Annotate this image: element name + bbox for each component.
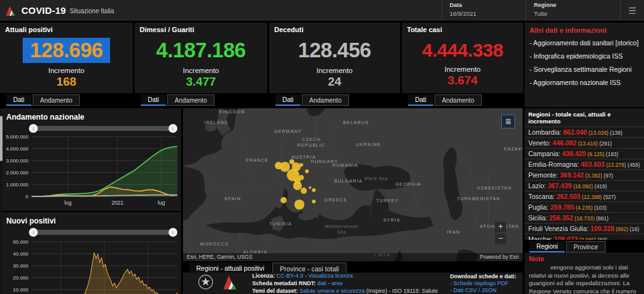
stat-value: 128.456	[291, 38, 379, 63]
map-bubble[interactable]	[312, 200, 316, 203]
region-row[interactable]: Toscana: 262.503 (12.388) (527)	[525, 191, 644, 202]
info-link[interactable]: - Sorveglianza settimanale Regioni	[530, 65, 639, 74]
scrollbar-thumb[interactable]	[0, 116, 3, 161]
map-label: UKRAINE	[356, 142, 381, 147]
europe-map[interactable]: KINGDOMIRELANDGERMANYCZECHREPUBLICBELARU…	[183, 108, 523, 261]
map-label: IRELAND	[204, 120, 229, 125]
footer-text: -	[326, 280, 331, 286]
metadata-line: Scheda metadati RNDT: dati - aree	[252, 280, 438, 287]
footer-link[interactable]: Salute umana e sicurezza	[299, 288, 365, 294]
region-row[interactable]: Lombardia: 862.040 (13.026) (138)	[525, 127, 644, 138]
map-canvas[interactable]	[183, 108, 523, 261]
slider-handle-left[interactable]: ||	[29, 124, 38, 133]
map-bubble[interactable]	[309, 186, 311, 189]
region-row[interactable]: Campania: 438.429 (9.125) (183)	[525, 149, 644, 159]
time-range-slider[interactable]: || ||	[31, 124, 175, 133]
tab-regioni[interactable]: Regioni	[530, 241, 565, 252]
tab-dati[interactable]: Dati	[141, 94, 166, 106]
y-tick-label: 4.000.000	[6, 146, 28, 152]
map-bubble[interactable]	[280, 197, 287, 203]
legend-list-icon[interactable]: ≣	[501, 115, 515, 128]
map-label: KAZAKH	[504, 147, 523, 151]
slider-track[interactable]	[31, 126, 175, 131]
region-row[interactable]: Friuli Venezia Giulia: 109.328 (892) (16…	[525, 223, 644, 234]
map-bubble[interactable]	[280, 162, 290, 172]
tab-andamento[interactable]: Andamento	[435, 94, 482, 106]
map-label: KINGDOM	[219, 110, 245, 114]
footer-link[interactable]: aree	[331, 280, 343, 286]
y-tick-label: 10.000	[13, 287, 29, 293]
map-label: BULGARIA	[335, 179, 363, 183]
map-bubble[interactable]	[301, 188, 307, 194]
y-tick-label: 2.000.000	[6, 170, 28, 176]
stat-title: Attuali positivi	[5, 26, 128, 33]
map-label: Black Sea	[365, 176, 388, 181]
hamburger-icon[interactable]: ☰	[620, 0, 644, 21]
info-link[interactable]: - Infografica epidemiologica ISS	[530, 52, 639, 60]
zoom-in-button[interactable]: +	[495, 222, 506, 232]
download-link[interactable]: - Schede riepilogo PDF	[450, 280, 516, 286]
region-row[interactable]: Marche: 108.073 (2.980) (69)	[525, 234, 644, 240]
slider-handle-left[interactable]: ||	[29, 228, 38, 237]
tab-dati[interactable]: Dati	[6, 94, 31, 106]
map-label: SYRIA	[383, 218, 400, 222]
map-bubble[interactable]	[312, 188, 316, 192]
footer-link[interactable]: dati	[318, 280, 327, 286]
attribution-sources: Esri, HERE, Garmin, USGS	[187, 254, 252, 261]
left-scrollbar[interactable]	[0, 108, 3, 294]
date-selector[interactable]: Data 16/8/2021	[441, 0, 526, 21]
tab-dati[interactable]: Dati	[275, 94, 301, 106]
region-selector[interactable]: Regione Tutte	[526, 0, 620, 21]
region-row[interactable]: Puglia: 259.785 (4.235) (103)	[525, 202, 644, 213]
tab-andamento[interactable]: Andamento	[167, 94, 214, 106]
themes-line: Temi del dataset: Salute umana e sicurez…	[252, 287, 438, 294]
stat-card-deceduti: Deceduti 128.456 Incremento 24 Dati Anda…	[269, 23, 400, 107]
footer-link[interactable]: Visualizza licenza	[308, 273, 353, 279]
andamento-chart[interactable]: 5.000.0004.000.0003.000.0002.000.0001.00…	[0, 133, 181, 210]
nuovi-positivi-chart[interactable]: 50.00040.00030.00020.00010.000	[0, 237, 181, 294]
chart-title: Andamento nazionale	[0, 108, 181, 124]
footer-text: Scheda metadati RNDT:	[252, 280, 318, 286]
island-sicily	[298, 213, 314, 220]
time-range-slider[interactable]: || ||	[31, 228, 175, 237]
map-bubble[interactable]	[293, 181, 302, 190]
download-block: Download schede e dati: - Schede riepilo…	[450, 273, 516, 293]
map-label: AUSTRIA	[292, 155, 316, 159]
info-link[interactable]: - Aggiornamento dati sanitari [storico]	[530, 39, 639, 47]
increment-label: Incremento	[5, 67, 128, 74]
region-row[interactable]: Piemonte: 369.142 (3.392) (97)	[525, 170, 644, 181]
map-bubble[interactable]	[299, 175, 304, 180]
region-row[interactable]: Lazio: 367.439 (18.092) (419)	[525, 181, 644, 191]
footer-text: Temi del dataset:	[252, 288, 299, 294]
map-label: CZECH	[302, 137, 321, 142]
tab-dati[interactable]: Dati	[408, 94, 433, 106]
map-bubble[interactable]	[294, 200, 304, 210]
y-tick-label: 3.000.000	[6, 158, 28, 164]
powered-by-esri: Powered by Esri	[480, 254, 519, 261]
footer-text: (Inspire) - ISO 19115: Salute	[365, 288, 438, 294]
slider-handle-right[interactable]: ||	[169, 228, 177, 237]
map-tabs: Regioni - attuali positivi Province - ca…	[183, 261, 523, 273]
map-attribution: Esri, HERE, Garmin, USGS Powered by Esri	[183, 253, 523, 261]
region-row[interactable]: Veneto: 446.092 (13.416) (291)	[525, 138, 644, 149]
tab-province[interactable]: Province	[566, 241, 606, 252]
download-title: Download schede e dati:	[450, 273, 516, 280]
x-tick-label: lug	[64, 200, 72, 206]
region-row[interactable]: Sicilia: 256.352 (18.733) (881)	[525, 213, 644, 223]
download-link[interactable]: - Dati CSV / JSON	[450, 287, 516, 293]
altri-dati-title: Altri dati e informazioni	[530, 26, 639, 34]
region-row[interactable]: Emilia-Romagna: 403.603 (13.278) (458)	[525, 159, 644, 170]
tab-andamento[interactable]: Andamento	[302, 94, 349, 106]
date-label: Data	[450, 2, 518, 8]
slider-track[interactable]	[31, 230, 175, 235]
info-link[interactable]: - Aggiornamento nazionale ISS	[530, 79, 639, 87]
zoom-out-button[interactable]: −	[495, 234, 506, 244]
map-label: MOROCCO	[200, 242, 229, 246]
slider-handle-right[interactable]: ||	[169, 124, 177, 133]
x-tick-label: 2021	[111, 200, 123, 206]
map-bubble[interactable]	[299, 163, 303, 167]
tab-andamento[interactable]: Andamento	[33, 94, 80, 106]
footer-text: Licenza:	[252, 273, 277, 279]
footer-link[interactable]: CC-BY-4.0	[277, 273, 304, 279]
map-bubble[interactable]	[305, 169, 309, 173]
